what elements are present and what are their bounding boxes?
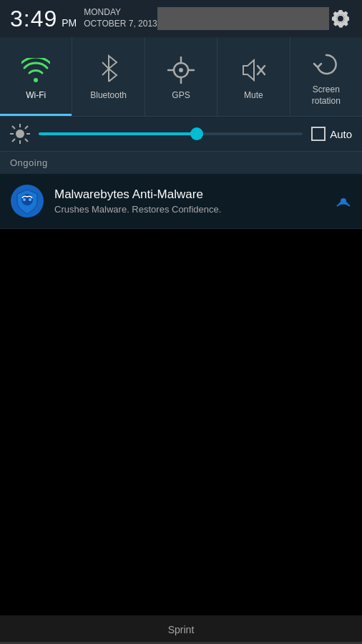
notification-subtitle: Crushes Malware. Restores Confidence. <box>54 204 325 215</box>
svg-point-21 <box>29 198 31 201</box>
carrier-bar: Sprint <box>0 615 362 644</box>
svg-line-16 <box>25 126 28 129</box>
brightness-icon <box>10 124 30 144</box>
ongoing-section-header: Ongoing <box>0 152 362 174</box>
mute-label: Mute <box>244 90 263 102</box>
settings-icon[interactable] <box>329 7 352 30</box>
qs-bluetooth[interactable]: Bluetooth <box>72 37 145 116</box>
bluetooth-label: Bluetooth <box>90 90 127 102</box>
notification-title: Malwarebytes Anti-Malware <box>54 187 325 202</box>
carrier-name: Sprint <box>168 624 195 635</box>
quick-settings-panel: Wi-Fi Bluetooth <box>0 37 362 117</box>
auto-brightness-checkbox[interactable] <box>311 127 326 141</box>
ampm-display: PM <box>62 17 77 29</box>
notification-text-block: Malwarebytes Anti-Malware Crushes Malwar… <box>54 187 325 215</box>
date-block: MONDAY OCTOBER 7, 2013 <box>84 7 157 29</box>
svg-line-15 <box>25 139 28 142</box>
qs-screen-rotation[interactable]: Screenrotation <box>290 37 362 116</box>
time-block: 3:49 PM <box>10 6 77 32</box>
svg-point-2 <box>179 68 183 72</box>
svg-point-20 <box>23 198 26 201</box>
svg-line-14 <box>12 126 15 129</box>
auto-brightness-label: Auto <box>330 128 352 140</box>
svg-point-9 <box>16 130 24 138</box>
status-divider <box>157 7 329 30</box>
bluetooth-icon <box>93 54 124 86</box>
brightness-fill <box>39 132 197 135</box>
svg-line-17 <box>12 139 15 142</box>
status-bar: 3:49 PM MONDAY OCTOBER 7, 2013 <box>0 0 362 37</box>
brightness-slider[interactable] <box>39 132 303 135</box>
mute-icon <box>238 54 269 86</box>
qs-mute[interactable]: Mute <box>217 37 290 116</box>
qs-gps[interactable]: GPS <box>145 37 217 116</box>
notification-item[interactable]: Malwarebytes Anti-Malware Crushes Malwar… <box>0 174 362 229</box>
malwarebytes-small-icon <box>335 192 352 210</box>
wifi-icon <box>20 54 52 86</box>
gps-icon <box>165 54 197 86</box>
gps-label: GPS <box>172 90 190 102</box>
screen-rotation-label: Screenrotation <box>312 84 341 107</box>
day-of-week: MONDAY <box>84 7 157 19</box>
brightness-bar: Auto <box>0 117 362 152</box>
malwarebytes-icon <box>10 184 44 218</box>
screen-rotation-icon <box>310 49 342 80</box>
full-date: OCTOBER 7, 2013 <box>84 19 157 30</box>
qs-wifi[interactable]: Wi-Fi <box>0 37 72 116</box>
time-display: 3:49 <box>10 6 57 32</box>
auto-brightness-wrap[interactable]: Auto <box>311 127 352 141</box>
ongoing-label: Ongoing <box>10 157 48 168</box>
wifi-label: Wi-Fi <box>26 90 46 102</box>
brightness-thumb <box>190 127 203 140</box>
